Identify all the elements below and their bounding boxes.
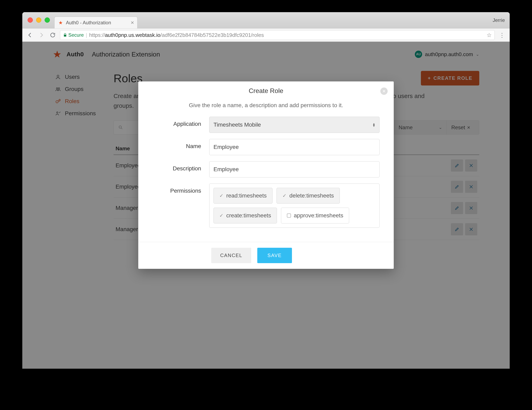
check-icon: ✓	[219, 193, 223, 199]
reload-button[interactable]	[49, 31, 57, 39]
description-input[interactable]	[209, 161, 380, 177]
modal-subtitle: Give the role a name, a description and …	[152, 102, 380, 109]
permission-chip-delete[interactable]: ✓ delete:timesheets	[276, 188, 340, 204]
select-arrows-icon: ▲▼	[372, 123, 375, 127]
browser-menu-button[interactable]: ⋮	[498, 31, 506, 39]
label-permissions: Permissions	[152, 183, 209, 194]
save-button[interactable]: SAVE	[257, 248, 292, 263]
window-controls	[28, 18, 50, 23]
permissions-container: ✓ read:timesheets ✓ delete:timesheets ✓ …	[209, 183, 380, 228]
permission-chip-read[interactable]: ✓ read:timesheets	[213, 188, 273, 204]
back-button[interactable]	[26, 31, 34, 39]
lock-icon	[63, 33, 67, 37]
close-tab-icon[interactable]: ×	[131, 19, 134, 26]
close-window-button[interactable]	[28, 18, 33, 23]
name-input[interactable]	[209, 139, 380, 155]
cancel-button[interactable]: CANCEL	[211, 248, 251, 263]
auth0-favicon	[58, 20, 64, 26]
modal-close-button[interactable]	[380, 88, 388, 95]
address-bar-row: Secure | https://auth0pnp.us.webtask.io/…	[22, 28, 510, 42]
modal-title: Create Role	[138, 87, 394, 95]
browser-window: Auth0 - Authorization × Jerrie Secure | …	[22, 12, 510, 369]
permission-chip-create[interactable]: ✓ create:timesheets	[213, 208, 277, 223]
permission-chip-approve[interactable]: approve:timesheets	[281, 208, 349, 223]
checkbox-empty-icon	[287, 213, 291, 218]
tab-title: Auth0 - Authorization	[66, 20, 111, 26]
label-application: Application	[152, 117, 209, 127]
address-bar[interactable]: Secure | https://auth0pnp.us.webtask.io/…	[60, 30, 495, 40]
bookmark-star-icon[interactable]: ☆	[487, 32, 492, 38]
label-name: Name	[152, 139, 209, 149]
check-icon: ✓	[219, 213, 223, 218]
page-viewport: Auth0 Authorization Extension AU auth0pn…	[22, 42, 510, 369]
forward-button	[37, 31, 45, 39]
url-text: https://auth0pnp.us.webtask.io/adf6e2f2b…	[89, 32, 264, 38]
create-role-modal: Create Role Give the role a name, a desc…	[138, 82, 394, 269]
minimize-window-button[interactable]	[36, 18, 41, 23]
check-icon: ✓	[282, 193, 286, 199]
close-icon	[382, 89, 386, 93]
chrome-profile-name[interactable]: Jerrie	[493, 18, 505, 23]
label-description: Description	[152, 161, 209, 172]
maximize-window-button[interactable]	[45, 18, 50, 23]
secure-indicator: Secure	[63, 32, 84, 38]
browser-tab[interactable]: Auth0 - Authorization ×	[54, 17, 137, 28]
application-select[interactable]: Timesheets Mobile ▲▼	[209, 117, 380, 133]
tab-strip: Auth0 - Authorization × Jerrie	[22, 12, 510, 28]
